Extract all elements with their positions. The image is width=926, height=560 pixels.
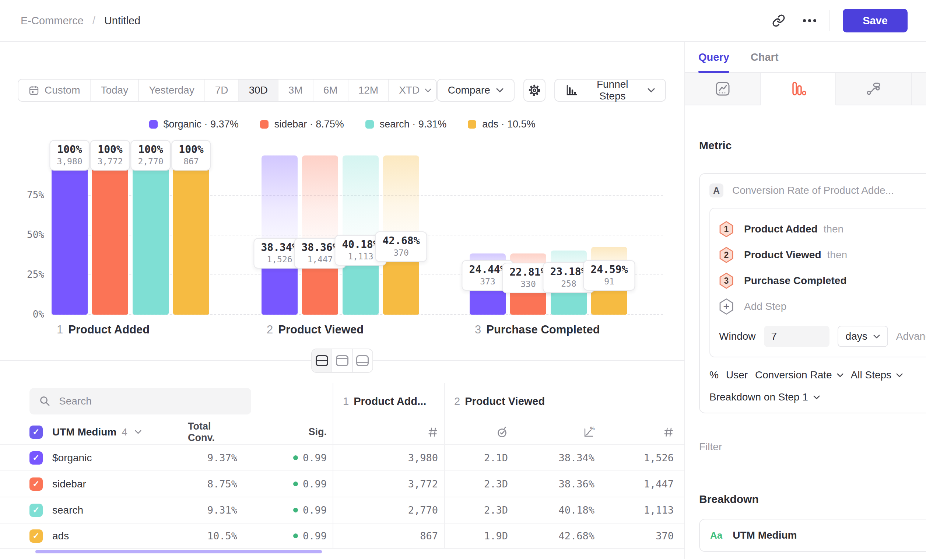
funnel-step-label-2: 2Product Viewed — [267, 323, 363, 336]
date-range-12m[interactable]: 12M — [348, 80, 388, 101]
date-range-30d[interactable]: 30D — [238, 80, 277, 101]
window-unit-select[interactable]: days — [838, 326, 888, 347]
select-all-checkbox[interactable]: ✓ — [29, 425, 43, 439]
entity-label[interactable]: User — [726, 369, 748, 381]
step2-count-column[interactable] — [601, 420, 679, 444]
query-step-1[interactable]: 1Product Addedthen — [719, 221, 926, 237]
legend-item-search[interactable]: search · 9.31% — [365, 119, 447, 130]
row-checkbox[interactable]: ✓ — [29, 504, 43, 517]
legend-item-sidebar[interactable]: sidebar · 8.75% — [260, 119, 344, 130]
step2-time-column[interactable] — [444, 420, 514, 444]
total-conv-column-header[interactable]: Total Conv. — [188, 420, 243, 444]
search-input[interactable] — [59, 395, 242, 407]
breakdown-property-name: UTM Medium — [732, 530, 797, 541]
gear-icon — [528, 84, 541, 97]
breakdown-on-step-dropdown[interactable]: Breakdown on Step 1 — [710, 391, 926, 403]
layout-chart-only-button[interactable] — [332, 349, 353, 372]
metric-heading: Metric — [699, 139, 926, 152]
date-range-6m[interactable]: 6M — [313, 80, 348, 101]
step2-conv-value: 38.34% — [514, 445, 601, 471]
funnel-bar-organic-step1[interactable] — [51, 156, 88, 315]
more-menu-button[interactable] — [799, 10, 820, 31]
date-range-yesterday[interactable]: Yesterday — [138, 80, 204, 101]
y-axis-label: 50% — [13, 229, 44, 240]
chart-type-button[interactable]: Funnel Steps — [554, 79, 666, 102]
bar-value-label: 24.59%91 — [583, 260, 635, 291]
step2-count-value: 370 — [601, 524, 679, 548]
breakdown-column-header[interactable]: UTM Medium — [52, 426, 117, 438]
date-range-7d[interactable]: 7D — [204, 80, 238, 101]
breadcrumb-report-title[interactable]: Untitled — [104, 15, 140, 27]
table-row-search[interactable]: ✓search9.31%0.992,7702.3D40.18%1,113 — [0, 496, 684, 523]
svg-text:%: % — [590, 425, 595, 431]
row-checkbox[interactable]: ✓ — [29, 530, 43, 543]
window-value-input[interactable] — [764, 326, 829, 347]
table-group-step2: 2Product Viewed — [444, 383, 684, 420]
date-range-3m[interactable]: 3M — [278, 80, 313, 101]
y-axis-label: 75% — [13, 189, 44, 200]
save-button[interactable]: Save — [843, 9, 908, 32]
step2-count-value: 1,113 — [601, 497, 679, 523]
chevron-down-icon — [837, 373, 843, 377]
advanced-dropdown[interactable]: Advanced — [896, 330, 926, 342]
date-range-xtd[interactable]: XTD — [388, 80, 437, 101]
funnel-step-label-1: 1Product Added — [57, 323, 150, 336]
layout-split-button[interactable] — [312, 349, 332, 372]
measurement-row: % User Conversion Rate All Steps — [710, 369, 926, 381]
tab-chart[interactable]: Chart — [750, 42, 779, 72]
date-range-today[interactable]: Today — [90, 80, 138, 101]
chart-settings-button[interactable] — [524, 79, 546, 102]
tab-flows[interactable] — [836, 73, 912, 105]
bar-value-label: 100%867 — [171, 140, 211, 171]
conversion-chart-icon: % — [582, 425, 595, 439]
stopwatch-check-icon — [496, 426, 509, 439]
metric-title[interactable]: Conversion Rate of Product Adde... — [732, 185, 894, 196]
tab-insights[interactable] — [685, 73, 761, 105]
share-link-button[interactable] — [769, 10, 789, 31]
table-row-ads[interactable]: ✓ads10.5%0.998671.9D42.68%370 — [0, 523, 684, 549]
date-range-custom[interactable]: Custom — [18, 80, 90, 101]
sig-dot-icon — [293, 456, 298, 460]
step2-conv-column[interactable]: % — [514, 420, 601, 444]
chevron-down-icon — [813, 395, 820, 400]
legend-item-organic[interactable]: $organic · 9.37% — [149, 119, 239, 130]
panel-top-icon — [336, 355, 348, 366]
legend-item-ads[interactable]: ads · 10.5% — [468, 119, 535, 130]
funnel-bar-ads-step1[interactable] — [173, 156, 209, 315]
breakdown-table: 1Product Add... 2Product Viewed ✓ UTM Me… — [0, 383, 684, 549]
chevron-down-icon[interactable] — [135, 430, 141, 434]
layout-table-only-button[interactable] — [353, 349, 372, 372]
table-row-sidebar[interactable]: ✓sidebar8.75%0.993,7722.3D38.36%1,447 — [0, 471, 684, 496]
funnel-bar-search-step1[interactable] — [133, 156, 169, 315]
tab-funnels[interactable] — [761, 73, 836, 105]
sig-value: 0.99 — [243, 524, 333, 548]
chevron-down-icon — [496, 88, 504, 92]
insights-icon — [715, 81, 731, 97]
table-group-step1: 1Product Add... — [333, 383, 444, 420]
breadcrumb-project[interactable]: E-Commerce — [21, 15, 83, 27]
sig-value: 0.99 — [243, 445, 333, 471]
sig-value: 0.99 — [243, 497, 333, 523]
metric-type-dropdown[interactable]: Conversion Rate — [755, 369, 843, 381]
add-step-button[interactable]: + Add Step — [719, 298, 926, 315]
compare-button[interactable]: Compare — [437, 79, 514, 102]
row-checkbox[interactable]: ✓ — [29, 451, 43, 465]
table-row-organic[interactable]: ✓$organic9.37%0.993,9802.1D38.34%1,526 — [0, 444, 684, 471]
hash-icon — [427, 426, 439, 438]
sig-column-header[interactable]: Sig. — [243, 420, 333, 444]
sig-dot-icon — [293, 508, 298, 513]
steps-scope-dropdown[interactable]: All Steps — [851, 369, 903, 381]
breakdown-property-card[interactable]: Aa UTM Medium — [699, 519, 926, 552]
chevron-down-icon — [896, 373, 903, 377]
step1-count-value: 867 — [333, 524, 444, 548]
tab-retention[interactable] — [912, 73, 926, 105]
tab-query[interactable]: Query — [698, 42, 729, 72]
horizontal-scrollbar-thumb[interactable] — [35, 550, 322, 553]
query-step-2[interactable]: 2Product Viewedthen — [719, 247, 926, 263]
breadcrumb-separator: / — [92, 15, 95, 27]
funnel-bar-sidebar-step1[interactable] — [92, 156, 128, 315]
row-checkbox[interactable]: ✓ — [29, 477, 43, 491]
query-step-3[interactable]: 3Purchase Completed — [719, 272, 926, 289]
step1-count-column[interactable] — [333, 420, 444, 444]
step2-time-value: 2.3D — [444, 471, 514, 496]
